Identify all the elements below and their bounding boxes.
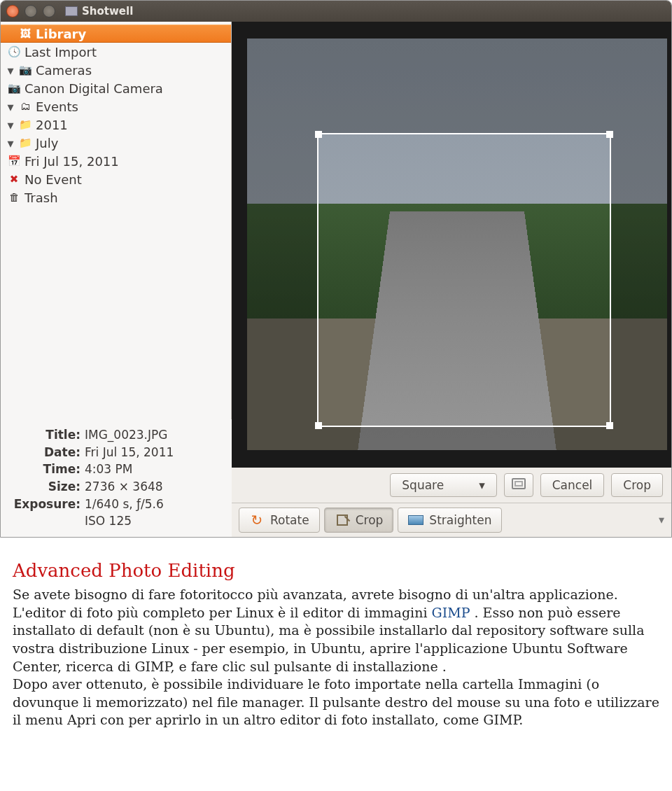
maximize-icon[interactable] [43, 5, 55, 18]
chevron-down-icon[interactable]: ▾ [6, 136, 15, 150]
aspect-ratio-dropdown[interactable]: Square ▾ [390, 473, 496, 497]
library-icon: 🖼 [18, 27, 33, 40]
sidebar-item-label: Library [36, 27, 86, 41]
minimize-icon[interactable] [24, 5, 37, 18]
sidebar-item-date[interactable]: 📅 Fri Jul 15, 2011 [1, 152, 231, 170]
camera-icon: 📷 [6, 82, 22, 94]
folder-icon: 📁 [18, 118, 33, 131]
straighten-icon [408, 512, 424, 528]
sidebar-item-trash[interactable]: 🗑 Trash [1, 188, 231, 206]
meta-exposure-label: Exposure: [10, 496, 80, 513]
sidebar-item-camera[interactable]: 📷 Canon Digital Camera [1, 79, 231, 97]
events-icon: 🗂 [18, 100, 33, 113]
camera-icon: 📷 [18, 64, 33, 76]
article-heading: Advanced Photo Editing [13, 559, 659, 583]
sidebar-item-month[interactable]: ▾ 📁 July [1, 134, 231, 152]
titlebar[interactable]: Shotwell [1, 1, 671, 22]
shotwell-app-icon [65, 6, 78, 16]
crop-tool[interactable]: Crop [324, 507, 394, 533]
aspect-ratio-label: Square [402, 478, 444, 492]
cancel-button[interactable]: Cancel [540, 473, 605, 497]
sidebar: 🖼 Library 🕓 Last Import ▾ 📷 Cameras 📷 Ca… [1, 22, 232, 419]
straighten-tool[interactable]: Straighten [398, 507, 502, 533]
photo-canvas[interactable] [232, 22, 671, 468]
sidebar-item-label: Canon Digital Camera [24, 81, 163, 96]
sidebar-item-label: No Event [24, 172, 82, 187]
folder-icon: 📁 [18, 136, 33, 149]
chevron-down-icon[interactable]: ▾ [6, 63, 15, 78]
meta-time-label: Time: [10, 461, 80, 478]
sidebar-item-label: Events [36, 99, 78, 114]
chevron-down-icon: ▾ [479, 478, 485, 492]
bottom-toolbar: ↻ Rotate Crop Straighten ▾ [232, 503, 671, 537]
meta-size-label: Size: [10, 478, 80, 496]
chevron-down-icon[interactable]: ▾ [6, 99, 15, 114]
sidebar-item-no-event[interactable]: ✖ No Event [1, 170, 231, 188]
sidebar-item-label: 2011 [36, 118, 68, 132]
no-event-icon: ✖ [6, 173, 22, 186]
crop-icon [335, 512, 350, 528]
window-title: Shotwell [82, 5, 133, 18]
article-paragraph: Dopo aver ottenuto, è possibile individu… [13, 676, 659, 729]
article-paragraph: Se avete bisogno di fare fotoritocco più… [13, 586, 659, 676]
metadata-panel: Title:IMG_0023.JPG Date:Fri Jul 15, 2011… [1, 419, 232, 537]
crop-selection[interactable] [317, 133, 611, 427]
shotwell-window: Shotwell 🖼 Library 🕓 Last Import ▾ 📷 Ca [0, 0, 672, 538]
sidebar-item-label: Cameras [36, 63, 92, 78]
sidebar-item-label: July [36, 136, 58, 150]
photo-viewer: Square ▾ Cancel Crop ↻ Rotate [232, 22, 671, 537]
meta-date-value: Fri Jul 15, 2011 [85, 444, 174, 461]
sidebar-item-library[interactable]: 🖼 Library [1, 24, 231, 43]
sidebar-item-label: Fri Jul 15, 2011 [24, 154, 119, 169]
meta-title-label: Title: [10, 426, 80, 444]
pivot-icon [512, 478, 526, 489]
crop-confirm-button[interactable]: Crop [611, 473, 663, 497]
calendar-icon: 📅 [6, 155, 22, 167]
meta-size-value: 2736 × 3648 [85, 478, 163, 496]
sidebar-item-events[interactable]: ▾ 🗂 Events [1, 97, 231, 115]
chevron-down-icon[interactable]: ▾ [6, 118, 15, 132]
trash-icon: 🗑 [6, 191, 22, 204]
meta-title-value: IMG_0023.JPG [85, 426, 167, 444]
sidebar-item-year[interactable]: ▾ 📁 2011 [1, 115, 231, 134]
rotate-icon: ↻ [249, 512, 265, 528]
rotate-tool[interactable]: ↻ Rotate [239, 507, 320, 533]
last-import-icon: 🕓 [6, 46, 22, 58]
meta-time-value: 4:03 PM [85, 461, 133, 478]
sidebar-item-label: Trash [24, 190, 58, 205]
meta-iso-value: ISO 125 [85, 512, 132, 530]
pivot-button[interactable] [504, 473, 533, 497]
toolbar-overflow-icon[interactable]: ▾ [659, 513, 664, 526]
sidebar-item-last-import[interactable]: 🕓 Last Import [1, 43, 231, 61]
meta-exposure-value: 1/640 s, ƒ/5.6 [85, 496, 164, 513]
sidebar-item-label: Last Import [24, 45, 97, 59]
close-icon[interactable] [6, 5, 19, 18]
gimp-link[interactable]: GIMP [432, 605, 470, 620]
meta-date-label: Date: [10, 444, 80, 461]
sidebar-item-cameras[interactable]: ▾ 📷 Cameras [1, 61, 231, 79]
article-body: Advanced Photo Editing Se avete bisogno … [0, 559, 672, 750]
crop-toolbar: Square ▾ Cancel Crop [232, 468, 671, 503]
